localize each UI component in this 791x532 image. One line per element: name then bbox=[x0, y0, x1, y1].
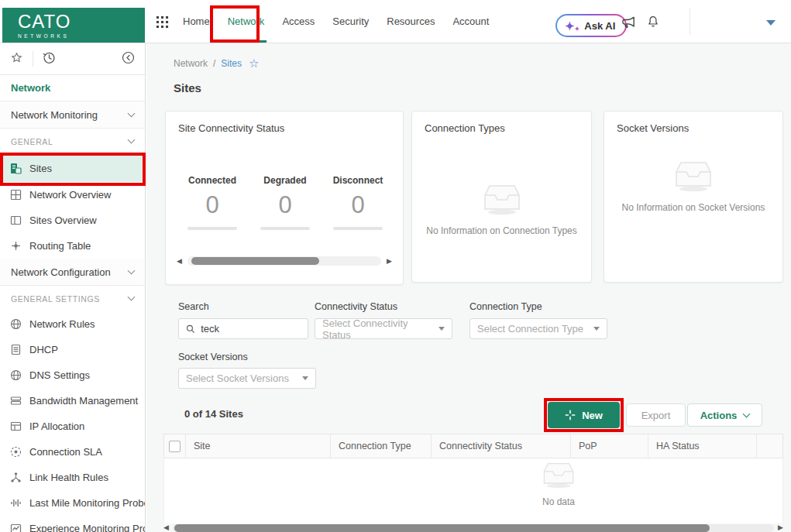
topbar-divider bbox=[690, 9, 690, 35]
select-all-checkbox[interactable] bbox=[169, 441, 181, 452]
nav-item-account[interactable]: Account bbox=[450, 0, 491, 43]
header-cell-checkbox bbox=[164, 434, 185, 458]
scroll-right-icon[interactable]: ▶ bbox=[778, 524, 783, 531]
announcements-megaphone-icon[interactable] bbox=[621, 15, 637, 33]
connectivity-stats: Connected 0 Degraded 0 Disconnect 0 bbox=[178, 175, 392, 230]
network-overview-label: Network Overview bbox=[29, 189, 111, 201]
table-body: No data bbox=[163, 458, 783, 523]
favorite-page-star-icon[interactable]: ☆ bbox=[249, 57, 259, 70]
probes-waveform-icon bbox=[10, 497, 22, 509]
actions-button[interactable]: Actions bbox=[687, 403, 762, 427]
no-data-empty-state: No data bbox=[512, 461, 605, 507]
sidebar-item-sites-overview[interactable]: Sites Overview bbox=[0, 208, 145, 233]
sidebar-group-general[interactable]: GENERAL bbox=[0, 129, 145, 154]
sidebar-item-network-overview[interactable]: Network Overview bbox=[0, 182, 145, 208]
favorites-star-icon[interactable] bbox=[10, 51, 23, 67]
empty-tray-icon bbox=[542, 461, 576, 489]
collapse-sidebar-icon[interactable] bbox=[122, 51, 135, 67]
empty-tray-icon bbox=[482, 183, 522, 215]
sidebar-item-dhcp[interactable]: DHCP bbox=[0, 337, 145, 362]
scroll-left-icon[interactable]: ◀ bbox=[163, 524, 169, 531]
column-header-pop[interactable]: PoP bbox=[570, 434, 648, 458]
sparkle-icon: ✦ bbox=[565, 20, 575, 32]
search-label: Search bbox=[178, 301, 209, 312]
sidebar-item-ip-allocation[interactable]: IP Allocation bbox=[0, 414, 145, 439]
connectivity-status-label: Connectivity Status bbox=[315, 301, 397, 312]
chevron-down-icon bbox=[128, 293, 136, 301]
card-connection-types: Connection Types No Information on Conne… bbox=[411, 111, 592, 283]
table-horizontal-scrollbar: ◀ ▶ bbox=[163, 523, 783, 532]
stat-disconnected: Disconnect 0 bbox=[324, 175, 392, 230]
stat-label: Connected bbox=[178, 175, 246, 186]
connection-sla-icon bbox=[10, 446, 22, 458]
connectivity-status-select[interactable]: Select Connectivity Status bbox=[315, 318, 452, 339]
last-mile-monitoring-probes-label: Last Mile Monitoring Probes bbox=[29, 497, 146, 509]
nav-item-security[interactable]: Security bbox=[330, 0, 371, 43]
nav-item-home[interactable]: Home bbox=[181, 0, 212, 43]
scroll-right-icon[interactable]: ▶ bbox=[387, 258, 392, 265]
empty-state: No Information on Connection Types bbox=[412, 183, 591, 236]
no-data-text: No data bbox=[512, 496, 605, 507]
ask-ai-label: Ask AI bbox=[584, 20, 615, 32]
scrollbar-thumb[interactable] bbox=[191, 257, 319, 265]
cato-logo[interactable]: CATO NETWORKS bbox=[2, 8, 145, 43]
select-placeholder: Select Socket Versions bbox=[186, 372, 289, 384]
export-button[interactable]: Export bbox=[626, 403, 686, 427]
column-header-ha-status[interactable]: HA Status bbox=[648, 434, 756, 458]
column-header-site[interactable]: Site bbox=[185, 434, 330, 458]
scrollbar-track[interactable] bbox=[187, 256, 381, 266]
card-title: Site Connectivity Status bbox=[178, 122, 284, 134]
caret-down-icon bbox=[302, 376, 308, 380]
sidebar-item-connection-sla[interactable]: Connection SLA bbox=[0, 439, 145, 465]
general-group-label: GENERAL bbox=[11, 137, 53, 146]
dhcp-label: DHCP bbox=[29, 344, 58, 355]
chevron-down-icon bbox=[128, 266, 136, 274]
sidebar-item-experience-monitoring-pro[interactable]: Experience Monitoring Pro bbox=[0, 516, 145, 532]
sidebar-group-general-settings[interactable]: GENERAL SETTINGS bbox=[0, 286, 145, 311]
history-icon[interactable] bbox=[43, 51, 56, 67]
scrollbar-thumb[interactable] bbox=[174, 524, 710, 532]
column-header-connectivity-status[interactable]: Connectivity Status bbox=[431, 434, 570, 458]
sites-label: Sites bbox=[29, 163, 52, 174]
sidebar-item-network-rules[interactable]: Network Rules bbox=[0, 311, 145, 337]
sidebar-item-dns-settings[interactable]: DNS Settings bbox=[0, 362, 145, 388]
ip-allocation-icon bbox=[10, 420, 22, 432]
stat-value: 0 bbox=[324, 191, 392, 219]
sidebar-item-routing-table[interactable]: Routing Table bbox=[0, 233, 145, 259]
breadcrumb-sites-link[interactable]: Sites bbox=[221, 58, 242, 69]
user-menu-caret-icon[interactable] bbox=[766, 20, 776, 26]
scroll-left-icon[interactable]: ◀ bbox=[177, 258, 182, 265]
sidebar-item-last-mile-monitoring-probes[interactable]: Last Mile Monitoring Probes bbox=[0, 490, 145, 516]
chevron-down-icon bbox=[743, 410, 751, 417]
sidebar-item-network-monitoring[interactable]: Network Monitoring bbox=[0, 101, 145, 129]
stat-value: 0 bbox=[251, 191, 319, 219]
stat-label: Disconnect bbox=[324, 175, 392, 186]
breadcrumb-network-link[interactable]: Network bbox=[174, 58, 208, 69]
document-icon bbox=[10, 344, 22, 355]
nav-item-access[interactable]: Access bbox=[280, 0, 317, 43]
connection-type-select[interactable]: Select Connection Type bbox=[469, 318, 607, 339]
breadcrumb-separator: / bbox=[213, 58, 215, 69]
sidebar-item-bandwidth-management[interactable]: Bandwidth Management bbox=[0, 388, 145, 414]
sidebar-item-network-configuration[interactable]: Network Configuration bbox=[0, 259, 145, 286]
chevron-down-icon bbox=[128, 109, 136, 117]
scrollbar-track[interactable] bbox=[173, 524, 774, 532]
sidebar-item-link-health-rules[interactable]: Link Health Rules bbox=[0, 465, 145, 490]
logo-sub-text: NETWORKS bbox=[18, 33, 145, 39]
app-window: CATO NETWORKS Home Network Access Securi… bbox=[0, 0, 791, 532]
table-header-row: Site Connection Type Connectivity Status… bbox=[163, 434, 783, 458]
column-header-connection-type[interactable]: Connection Type bbox=[330, 434, 431, 458]
app-launcher-icon[interactable] bbox=[156, 15, 169, 32]
nav-item-network[interactable]: Network bbox=[225, 0, 267, 43]
notifications-bell-icon[interactable] bbox=[646, 14, 660, 33]
ask-ai-button[interactable]: ✦ ✦ Ask AI bbox=[555, 14, 627, 37]
search-input[interactable] bbox=[201, 323, 301, 335]
nav-item-resources[interactable]: Resources bbox=[384, 0, 437, 43]
new-site-button[interactable]: New bbox=[548, 402, 620, 428]
main-content: Network / Sites ☆ Sites Site Connectivit… bbox=[146, 43, 791, 532]
connection-sla-label: Connection SLA bbox=[29, 446, 102, 458]
caret-down-icon bbox=[593, 327, 600, 331]
socket-versions-select[interactable]: Select Socket Versions bbox=[178, 368, 316, 389]
stat-underline bbox=[187, 227, 237, 230]
sidebar-item-sites[interactable]: Sites bbox=[0, 154, 145, 182]
